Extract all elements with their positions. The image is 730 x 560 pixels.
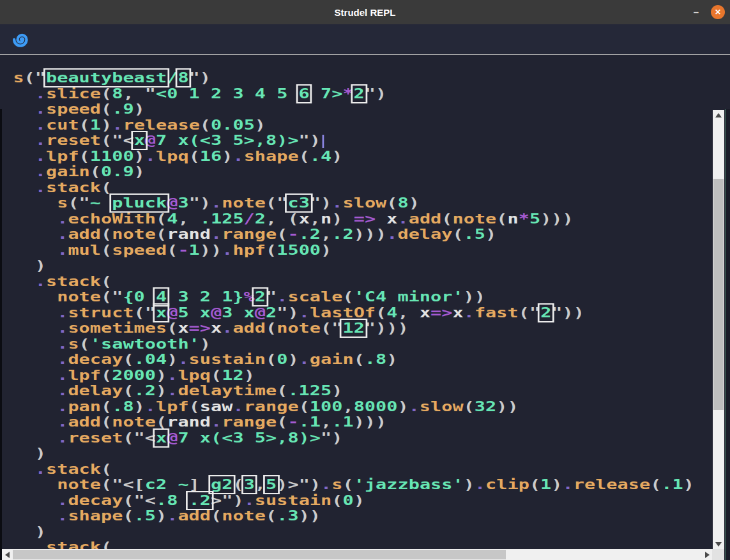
code-token: @ (167, 195, 178, 211)
code-token: ) (134, 102, 145, 117)
code-token: speed (46, 102, 101, 117)
code-token: .1 (331, 414, 353, 430)
code-token: ( (331, 493, 342, 508)
code-token: 8000 (354, 399, 398, 414)
code-token: . (57, 414, 68, 430)
code-token (13, 149, 34, 164)
code-token (13, 195, 57, 211)
code-token: <0 1 2 3 4 5 (156, 86, 299, 102)
minimize-button[interactable]: – (690, 9, 702, 15)
scroll-up-button[interactable] (713, 110, 724, 120)
code-token: ) (232, 493, 243, 508)
code-token: s (13, 70, 24, 86)
scroll-down-button[interactable] (713, 539, 724, 549)
code-token: " (310, 195, 321, 211)
code-token: ) (321, 243, 331, 258)
code-token: ~ (90, 195, 112, 211)
code-token: ( (90, 164, 101, 179)
horizontal-scrollbar[interactable] (2, 549, 712, 560)
code-token: 2 (255, 211, 266, 227)
code-token: .1 (661, 477, 683, 492)
code-line: note("<[c2 ~] g2(3,5)>").s('jazzbass').c… (13, 477, 694, 493)
code-token: hpf (232, 243, 266, 258)
code-token: ( (496, 211, 507, 227)
code-token: stack (46, 274, 101, 289)
code-token: . (299, 305, 310, 321)
code-token: 1500 (277, 243, 321, 258)
vertical-scrollbar-thumb[interactable] (713, 179, 724, 410)
code-token: echoWith (68, 211, 156, 227)
code-token: . (35, 462, 46, 477)
active-token: x (156, 430, 167, 446)
strudel-spiral-logo-icon[interactable] (13, 31, 31, 49)
code-area: s("beautybeast/8") .slice(8, "<0 1 2 3 4… (0, 70, 694, 556)
active-token: beautybeast (46, 70, 167, 86)
code-token: )) (563, 305, 584, 321)
active-token: 2 (540, 305, 551, 321)
code-token: . (57, 227, 68, 242)
code-token: . (475, 477, 485, 492)
code-line: .shape(.5).add(note(.3)) (13, 508, 694, 524)
code-token: ( (354, 352, 365, 367)
code-token: . (167, 383, 178, 398)
code-token: sustain (255, 493, 331, 508)
code-token (13, 446, 34, 461)
code-token: * (519, 211, 529, 227)
code-token: 7> (310, 86, 343, 102)
triangle-up-icon (715, 113, 722, 117)
code-token: ( (299, 399, 310, 414)
code-token (13, 321, 57, 336)
code-token: ) (331, 211, 342, 227)
code-token: ( (266, 352, 277, 367)
code-token: ( (650, 477, 661, 492)
code-token: ) (134, 164, 145, 179)
horizontal-scrollbar-thumb[interactable] (13, 550, 506, 559)
code-token: . (35, 102, 46, 117)
code-token: ))) (354, 414, 387, 430)
code-token: clip (485, 477, 529, 492)
code-editor[interactable]: s("beautybeast/8") .slice(8, "<0 1 2 3 4… (0, 55, 730, 560)
code-token: lpf (156, 399, 189, 414)
close-button[interactable]: ✕ (711, 5, 725, 19)
scroll-right-button[interactable] (702, 549, 712, 560)
code-token: ) (683, 477, 694, 492)
code-token: , (321, 414, 331, 430)
code-token: ) (331, 430, 342, 446)
code-token: ( (266, 508, 277, 524)
code-token: 1 (90, 117, 101, 133)
code-token: ( (277, 414, 287, 430)
triangle-down-icon (715, 542, 722, 547)
code-line: .reset("<x@7 x(<3 5>,8)>") (13, 430, 694, 446)
code-token: ( (287, 211, 298, 227)
code-token: ( (299, 149, 310, 164)
code-line: .echoWith(4, .125/2, (x,n) => x.add(note… (13, 211, 694, 227)
code-token: ) (255, 117, 266, 133)
code-token: ) (35, 446, 46, 461)
code-token: slice (46, 86, 101, 102)
code-line: .lpf(1100).lpq(16).shape(.4) (13, 149, 694, 165)
code-token: ) (376, 86, 386, 102)
code-token (13, 462, 34, 477)
code-token: 5 (529, 211, 540, 227)
code-token: note (57, 477, 101, 492)
scroll-left-button[interactable] (2, 549, 12, 560)
code-token: ( (101, 368, 112, 383)
code-token: ) (134, 399, 145, 414)
code-token: note (453, 211, 497, 227)
code-token: ( (519, 305, 529, 321)
code-token: x (211, 321, 222, 336)
code-token: , (266, 211, 287, 227)
code-token: add (232, 321, 266, 336)
code-token: . (409, 399, 420, 414)
code-token (13, 227, 57, 242)
code-token: saw (200, 399, 233, 414)
code-token: > (211, 493, 222, 508)
code-token: " (189, 195, 200, 211)
code-token: " (365, 321, 376, 336)
code-token: , (255, 477, 266, 492)
code-token: 4 (167, 211, 178, 227)
code-token: ) (244, 368, 255, 383)
code-token: .9 (112, 102, 133, 117)
code-token (13, 117, 34, 133)
vertical-scrollbar[interactable] (713, 110, 724, 549)
